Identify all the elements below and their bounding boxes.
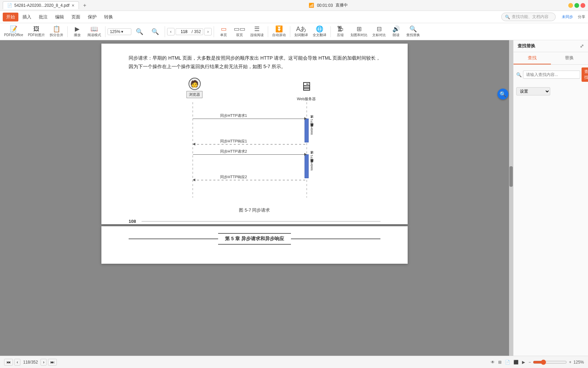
- menu-page[interactable]: 页面: [68, 13, 84, 21]
- panel-expand-icon[interactable]: ⤢: [580, 43, 584, 49]
- auto-scroll-group: ⏬ 自动滚动: [270, 25, 288, 39]
- first-page-button[interactable]: ⏮: [4, 359, 13, 366]
- zoom-out-status[interactable]: −: [528, 360, 531, 365]
- single-page-button[interactable]: ▭ 单页: [216, 25, 231, 39]
- panel-header: 查找替换 ⤢: [513, 40, 588, 52]
- menu-annotate[interactable]: 批注: [35, 13, 51, 21]
- read-aloud-label: 朗读: [393, 33, 399, 37]
- next-page-status-button[interactable]: ›: [40, 359, 47, 366]
- document-icon[interactable]: 📄: [505, 360, 510, 365]
- pdf-to-office-button[interactable]: 📝 PDF转Office: [2, 25, 25, 39]
- pdf-to-image-button[interactable]: 🖼 PDF转图片: [26, 25, 47, 39]
- panel-title: 查找替换: [518, 43, 535, 49]
- view-icon[interactable]: 👁: [491, 360, 495, 365]
- zoom-dropdown-icon[interactable]: ▾: [121, 29, 123, 34]
- thumbnail-icon[interactable]: ⊞: [498, 360, 502, 365]
- word-translate-label: 划词翻译: [294, 33, 308, 37]
- ch-left-line: [129, 239, 218, 239]
- tab-replace[interactable]: 替换: [551, 52, 588, 64]
- last-page-button[interactable]: ⏭: [48, 359, 57, 366]
- page-nav-box: / 352: [176, 28, 203, 35]
- activation-label-1: Web服务器处理同步HTTP请求1: [310, 119, 314, 136]
- floating-icon: 🔍: [500, 91, 506, 97]
- share-button[interactable]: 分享: [578, 14, 585, 19]
- zoom-out-button[interactable]: 🔍: [148, 28, 163, 36]
- zoom-box[interactable]: 125% ▾: [108, 28, 131, 35]
- main-scrollbar[interactable]: [509, 40, 513, 356]
- continuous-icon: ☰: [254, 26, 260, 32]
- maximize-button[interactable]: [574, 3, 579, 8]
- menu-start[interactable]: 开始: [3, 13, 18, 21]
- auto-scroll-button[interactable]: ⏬ 自动滚动: [270, 25, 288, 39]
- menu-insert[interactable]: 插入: [19, 13, 35, 21]
- close-button[interactable]: [581, 3, 585, 8]
- signal-icon: 📶: [309, 3, 314, 8]
- search-go-button[interactable]: 查找: [582, 67, 588, 82]
- browser-icon: 🧑: [189, 78, 201, 90]
- toolbar-separator-4: [214, 26, 214, 37]
- split-view-icon[interactable]: ⬛: [513, 360, 519, 365]
- read-aloud-button[interactable]: 🔊 朗读: [389, 25, 404, 39]
- server-label: Web服务器: [297, 96, 316, 102]
- next-page-button[interactable]: ›: [204, 28, 212, 35]
- zoom-in-status[interactable]: +: [569, 360, 571, 365]
- menu-edit[interactable]: 编辑: [52, 13, 67, 21]
- active-tab[interactable]: 📄 54281-A20200...2020_8_4.pdf ✕: [3, 1, 79, 9]
- sync-button[interactable]: 未同步: [562, 14, 573, 19]
- play-icon: ▶: [75, 26, 80, 32]
- find-replace-button[interactable]: 🔍 查找替换: [404, 25, 422, 39]
- search-icon-panel: 🔍: [516, 72, 522, 77]
- prev-page-status-button[interactable]: ‹: [14, 359, 20, 366]
- page-nav-group: ‹ / 352 ›: [167, 28, 212, 35]
- split-merge-button[interactable]: 📋 拆分合并: [48, 25, 65, 39]
- new-tab-button[interactable]: +: [81, 2, 88, 9]
- menu-protect[interactable]: 保护: [84, 13, 100, 21]
- continuous-read-button[interactable]: ☰ 连续阅读: [248, 25, 266, 39]
- continuous-label: 连续阅读: [250, 33, 264, 37]
- tab-close-button[interactable]: ✕: [71, 3, 75, 8]
- page-total: 352: [194, 29, 201, 34]
- settings-select[interactable]: 设置: [516, 87, 550, 95]
- window-controls: [568, 3, 585, 8]
- read-mode-button[interactable]: 📖 阅读模式: [85, 25, 103, 39]
- msg-response-1: 同步HTTP响应1: [193, 144, 307, 144]
- pdf-office-label: PDF转Office: [4, 33, 23, 37]
- view-mode-group: ▭ 单页 ▭▭ 双页 ☰ 连续阅读: [216, 25, 266, 39]
- full-translate-button[interactable]: 🌐 全文翻译: [311, 25, 328, 39]
- activation-box-1: Web服务器处理同步HTTP请求1: [305, 119, 309, 142]
- nav-buttons: ⏮ ‹: [4, 359, 20, 366]
- page-number-input[interactable]: [178, 29, 190, 34]
- floating-action-button[interactable]: 🔍: [497, 89, 508, 99]
- double-page-label: 双页: [236, 33, 243, 37]
- minimize-button[interactable]: [568, 3, 573, 8]
- para-text: 同步请求：早期的 HTML 页面，大多数是按照同步的顺序发出 HTTP 请求。这…: [129, 55, 380, 69]
- search-row: 🔍 查找: [513, 65, 588, 85]
- pdf-viewer[interactable]: 同步请求：早期的 HTML 页面，大多数是按照同步的顺序发出 HTTP 请求。这…: [0, 40, 509, 356]
- find-replace-panel: 查找替换 ⤢ 查找 替换 🔍 查找 设置: [513, 40, 588, 356]
- compare2-button[interactable]: ⊟ 文标对比: [370, 25, 388, 39]
- word-translate-button[interactable]: Aあ 划词翻译: [292, 25, 310, 39]
- msg-request-1: 同步HTTP请求1: [193, 119, 307, 119]
- search-input[interactable]: [523, 71, 580, 79]
- single-page-label: 单页: [220, 33, 227, 37]
- compare-label: 划图和对比: [350, 33, 368, 37]
- compare-button[interactable]: ⊞ 划图和对比: [348, 25, 370, 39]
- compress-button[interactable]: 🗜 压缩: [333, 25, 348, 39]
- page-hrule: [142, 221, 380, 221]
- menu-convert[interactable]: 转换: [101, 13, 116, 21]
- compare2-label: 文标对比: [372, 33, 386, 37]
- prev-page-button[interactable]: ‹: [167, 28, 175, 35]
- play-status-icon[interactable]: ▶: [522, 360, 525, 365]
- server-lifeline: [307, 102, 307, 198]
- zoom-slider[interactable]: [533, 359, 567, 365]
- scrollbar-thumb[interactable]: [509, 166, 513, 187]
- play-button[interactable]: ▶ 播放: [70, 25, 85, 39]
- translate-group: Aあ 划词翻译 🌐 全文翻译: [292, 25, 328, 39]
- tab-find[interactable]: 查找: [513, 52, 551, 64]
- menu-search-box[interactable]: 🔍 查找功能、文档内容: [501, 13, 556, 21]
- search-placeholder: 查找功能、文档内容: [512, 14, 549, 20]
- double-page-button[interactable]: ▭▭ 双页: [232, 25, 247, 39]
- zoom-in-button[interactable]: 🔍: [132, 28, 147, 36]
- msg-label-res1: 同步HTTP响应1: [220, 139, 247, 144]
- chapter-header: 第 5 章 异步请求和异步响应: [129, 233, 380, 245]
